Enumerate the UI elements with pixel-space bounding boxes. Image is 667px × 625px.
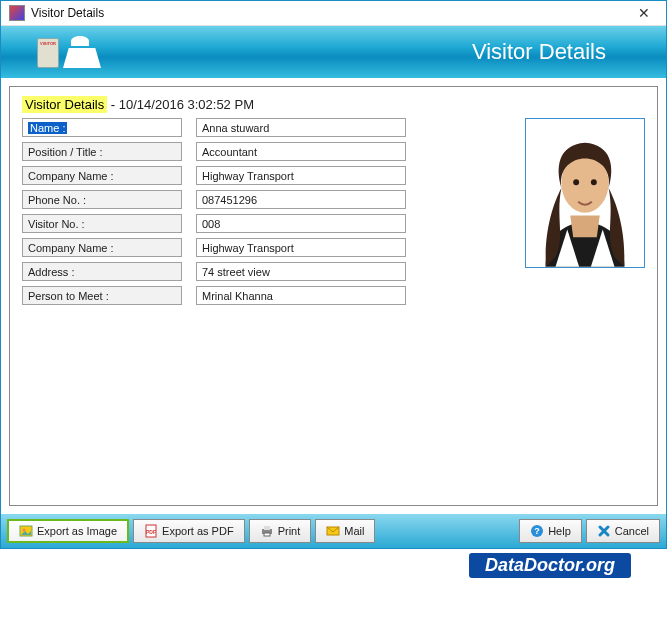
details-heading: Visitor Details - 10/14/2016 3:02:52 PM bbox=[22, 97, 645, 112]
visitor-photo bbox=[525, 118, 645, 268]
export-image-button[interactable]: Export as Image bbox=[7, 519, 129, 543]
cancel-icon bbox=[597, 524, 611, 538]
field-row: Person to Meet : Mrinal Khanna bbox=[22, 286, 485, 305]
svg-rect-10 bbox=[264, 533, 270, 536]
brand-badge: DataDoctor.org bbox=[469, 553, 631, 578]
action-bar: Export as Image PDF Export as PDF Print … bbox=[1, 514, 666, 548]
button-label: Cancel bbox=[615, 525, 649, 537]
field-row: Visitor No. : 008 bbox=[22, 214, 485, 233]
field-row: Address : 74 street view bbox=[22, 262, 485, 281]
field-value[interactable]: Highway Transport bbox=[196, 238, 406, 257]
field-value[interactable]: 008 bbox=[196, 214, 406, 233]
app-window: Visitor Details ✕ Visitor Details Visito… bbox=[0, 0, 667, 549]
pdf-icon: PDF bbox=[144, 524, 158, 538]
help-icon: ? bbox=[530, 524, 544, 538]
field-label[interactable]: Company Name : bbox=[22, 238, 182, 257]
print-button[interactable]: Print bbox=[249, 519, 312, 543]
title-bar: Visitor Details ✕ bbox=[1, 1, 666, 26]
mail-icon bbox=[326, 524, 340, 538]
image-icon bbox=[19, 524, 33, 538]
svg-point-5 bbox=[23, 529, 26, 532]
svg-point-2 bbox=[573, 179, 579, 185]
field-label[interactable]: Company Name : bbox=[22, 166, 182, 185]
button-label: Export as PDF bbox=[162, 525, 234, 537]
field-row: Phone No. : 087451296 bbox=[22, 190, 485, 209]
heading-label: Visitor Details bbox=[22, 96, 107, 113]
field-label[interactable]: Address : bbox=[22, 262, 182, 281]
svg-point-3 bbox=[591, 179, 597, 185]
footer: DataDoctor.org bbox=[0, 549, 667, 582]
svg-rect-9 bbox=[264, 526, 270, 530]
field-row: Company Name : Highway Transport bbox=[22, 166, 485, 185]
field-row: Company Name : Highway Transport bbox=[22, 238, 485, 257]
field-value[interactable]: 74 street view bbox=[196, 262, 406, 281]
photo-placeholder-icon bbox=[526, 119, 644, 267]
window-title: Visitor Details bbox=[31, 6, 104, 20]
export-pdf-button[interactable]: PDF Export as PDF bbox=[133, 519, 245, 543]
fields-list: Name : Anna stuward Position / Title : A… bbox=[22, 118, 485, 310]
field-label[interactable]: Name : bbox=[22, 118, 182, 137]
field-row: Position / Title : Accountant bbox=[22, 142, 485, 161]
button-label: Mail bbox=[344, 525, 364, 537]
field-value[interactable]: Anna stuward bbox=[196, 118, 406, 137]
heading-sep: - bbox=[107, 97, 119, 112]
header-banner: Visitor Details bbox=[1, 26, 666, 78]
heading-timestamp: 10/14/2016 3:02:52 PM bbox=[119, 97, 254, 112]
svg-text:PDF: PDF bbox=[146, 529, 156, 535]
svg-text:?: ? bbox=[534, 526, 540, 536]
field-label[interactable]: Visitor No. : bbox=[22, 214, 182, 233]
visitor-badge-icon bbox=[37, 38, 59, 68]
banner-art bbox=[37, 36, 101, 68]
guard-icon bbox=[63, 36, 101, 68]
help-button[interactable]: ? Help bbox=[519, 519, 582, 543]
field-label[interactable]: Person to Meet : bbox=[22, 286, 182, 305]
field-label[interactable]: Phone No. : bbox=[22, 190, 182, 209]
field-value[interactable]: 087451296 bbox=[196, 190, 406, 209]
field-value[interactable]: Mrinal Khanna bbox=[196, 286, 406, 305]
button-label: Help bbox=[548, 525, 571, 537]
cancel-button[interactable]: Cancel bbox=[586, 519, 660, 543]
mail-button[interactable]: Mail bbox=[315, 519, 375, 543]
button-label: Export as Image bbox=[37, 525, 117, 537]
details-panel: Visitor Details - 10/14/2016 3:02:52 PM … bbox=[9, 86, 658, 506]
field-value[interactable]: Accountant bbox=[196, 142, 406, 161]
field-value[interactable]: Highway Transport bbox=[196, 166, 406, 185]
printer-icon bbox=[260, 524, 274, 538]
app-icon bbox=[9, 5, 25, 21]
close-button[interactable]: ✕ bbox=[630, 5, 658, 21]
button-label: Print bbox=[278, 525, 301, 537]
field-row: Name : Anna stuward bbox=[22, 118, 485, 137]
banner-title: Visitor Details bbox=[472, 39, 606, 65]
field-label[interactable]: Position / Title : bbox=[22, 142, 182, 161]
